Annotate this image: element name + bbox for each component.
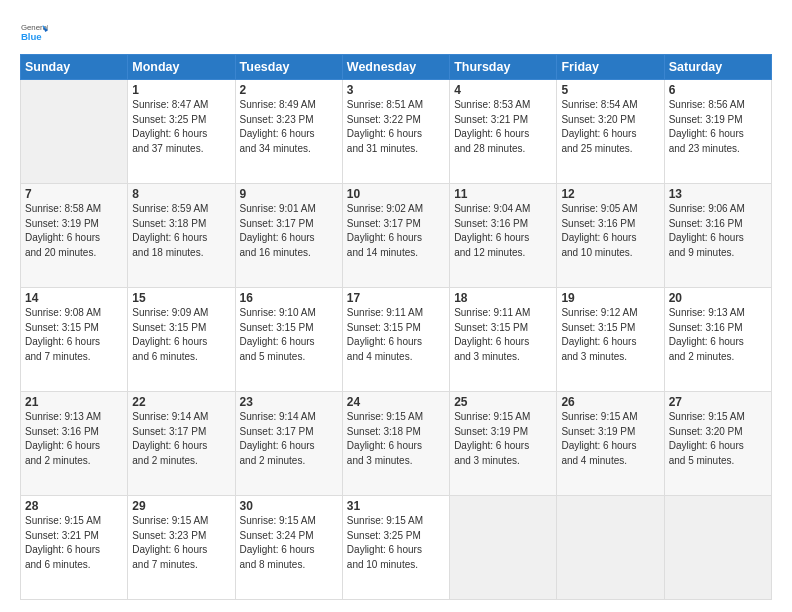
calendar-day-cell: 25Sunrise: 9:15 AM Sunset: 3:19 PM Dayli…	[450, 392, 557, 496]
calendar-day-cell: 20Sunrise: 9:13 AM Sunset: 3:16 PM Dayli…	[664, 288, 771, 392]
calendar-day-cell: 6Sunrise: 8:56 AM Sunset: 3:19 PM Daylig…	[664, 80, 771, 184]
day-info: Sunrise: 9:08 AM Sunset: 3:15 PM Dayligh…	[25, 306, 123, 364]
calendar-day-cell: 12Sunrise: 9:05 AM Sunset: 3:16 PM Dayli…	[557, 184, 664, 288]
day-number: 24	[347, 395, 445, 409]
calendar-day-cell: 8Sunrise: 8:59 AM Sunset: 3:18 PM Daylig…	[128, 184, 235, 288]
calendar-week-row: 1Sunrise: 8:47 AM Sunset: 3:25 PM Daylig…	[21, 80, 772, 184]
logo: General Blue	[20, 18, 52, 46]
calendar-day-cell: 17Sunrise: 9:11 AM Sunset: 3:15 PM Dayli…	[342, 288, 449, 392]
day-info: Sunrise: 8:53 AM Sunset: 3:21 PM Dayligh…	[454, 98, 552, 156]
day-info: Sunrise: 9:09 AM Sunset: 3:15 PM Dayligh…	[132, 306, 230, 364]
calendar-table: SundayMondayTuesdayWednesdayThursdayFrid…	[20, 54, 772, 600]
day-number: 19	[561, 291, 659, 305]
calendar-day-cell	[450, 496, 557, 600]
calendar-week-row: 14Sunrise: 9:08 AM Sunset: 3:15 PM Dayli…	[21, 288, 772, 392]
calendar-day-cell: 24Sunrise: 9:15 AM Sunset: 3:18 PM Dayli…	[342, 392, 449, 496]
calendar-day-cell	[21, 80, 128, 184]
calendar-day-cell: 3Sunrise: 8:51 AM Sunset: 3:22 PM Daylig…	[342, 80, 449, 184]
day-number: 29	[132, 499, 230, 513]
day-info: Sunrise: 9:14 AM Sunset: 3:17 PM Dayligh…	[132, 410, 230, 468]
calendar-day-cell: 22Sunrise: 9:14 AM Sunset: 3:17 PM Dayli…	[128, 392, 235, 496]
logo-icon: General Blue	[20, 18, 48, 46]
calendar-day-header: Thursday	[450, 55, 557, 80]
day-number: 22	[132, 395, 230, 409]
day-info: Sunrise: 9:05 AM Sunset: 3:16 PM Dayligh…	[561, 202, 659, 260]
day-info: Sunrise: 9:15 AM Sunset: 3:20 PM Dayligh…	[669, 410, 767, 468]
svg-text:Blue: Blue	[21, 31, 42, 42]
day-info: Sunrise: 9:02 AM Sunset: 3:17 PM Dayligh…	[347, 202, 445, 260]
day-number: 30	[240, 499, 338, 513]
day-number: 4	[454, 83, 552, 97]
day-number: 17	[347, 291, 445, 305]
day-number: 10	[347, 187, 445, 201]
calendar-day-cell: 19Sunrise: 9:12 AM Sunset: 3:15 PM Dayli…	[557, 288, 664, 392]
day-info: Sunrise: 9:15 AM Sunset: 3:25 PM Dayligh…	[347, 514, 445, 572]
calendar-day-header: Monday	[128, 55, 235, 80]
calendar-day-cell: 2Sunrise: 8:49 AM Sunset: 3:23 PM Daylig…	[235, 80, 342, 184]
calendar-day-cell: 10Sunrise: 9:02 AM Sunset: 3:17 PM Dayli…	[342, 184, 449, 288]
day-number: 9	[240, 187, 338, 201]
calendar-header-row: SundayMondayTuesdayWednesdayThursdayFrid…	[21, 55, 772, 80]
calendar-day-header: Friday	[557, 55, 664, 80]
day-number: 27	[669, 395, 767, 409]
calendar-day-cell: 4Sunrise: 8:53 AM Sunset: 3:21 PM Daylig…	[450, 80, 557, 184]
day-info: Sunrise: 9:01 AM Sunset: 3:17 PM Dayligh…	[240, 202, 338, 260]
calendar-day-cell: 29Sunrise: 9:15 AM Sunset: 3:23 PM Dayli…	[128, 496, 235, 600]
calendar-week-row: 21Sunrise: 9:13 AM Sunset: 3:16 PM Dayli…	[21, 392, 772, 496]
day-number: 2	[240, 83, 338, 97]
day-info: Sunrise: 9:14 AM Sunset: 3:17 PM Dayligh…	[240, 410, 338, 468]
calendar-day-cell: 1Sunrise: 8:47 AM Sunset: 3:25 PM Daylig…	[128, 80, 235, 184]
day-info: Sunrise: 9:13 AM Sunset: 3:16 PM Dayligh…	[25, 410, 123, 468]
day-info: Sunrise: 9:13 AM Sunset: 3:16 PM Dayligh…	[669, 306, 767, 364]
day-number: 18	[454, 291, 552, 305]
day-number: 25	[454, 395, 552, 409]
day-number: 7	[25, 187, 123, 201]
calendar-day-cell: 9Sunrise: 9:01 AM Sunset: 3:17 PM Daylig…	[235, 184, 342, 288]
calendar-day-cell: 13Sunrise: 9:06 AM Sunset: 3:16 PM Dayli…	[664, 184, 771, 288]
day-number: 26	[561, 395, 659, 409]
calendar-week-row: 7Sunrise: 8:58 AM Sunset: 3:19 PM Daylig…	[21, 184, 772, 288]
day-number: 15	[132, 291, 230, 305]
day-info: Sunrise: 8:51 AM Sunset: 3:22 PM Dayligh…	[347, 98, 445, 156]
calendar-day-header: Saturday	[664, 55, 771, 80]
calendar-day-header: Tuesday	[235, 55, 342, 80]
day-number: 23	[240, 395, 338, 409]
calendar-day-cell: 11Sunrise: 9:04 AM Sunset: 3:16 PM Dayli…	[450, 184, 557, 288]
calendar-day-cell: 31Sunrise: 9:15 AM Sunset: 3:25 PM Dayli…	[342, 496, 449, 600]
day-info: Sunrise: 9:15 AM Sunset: 3:19 PM Dayligh…	[454, 410, 552, 468]
day-info: Sunrise: 9:15 AM Sunset: 3:24 PM Dayligh…	[240, 514, 338, 572]
calendar-day-cell: 28Sunrise: 9:15 AM Sunset: 3:21 PM Dayli…	[21, 496, 128, 600]
day-info: Sunrise: 9:12 AM Sunset: 3:15 PM Dayligh…	[561, 306, 659, 364]
day-info: Sunrise: 8:58 AM Sunset: 3:19 PM Dayligh…	[25, 202, 123, 260]
calendar-day-cell: 21Sunrise: 9:13 AM Sunset: 3:16 PM Dayli…	[21, 392, 128, 496]
day-number: 13	[669, 187, 767, 201]
calendar-day-cell: 18Sunrise: 9:11 AM Sunset: 3:15 PM Dayli…	[450, 288, 557, 392]
day-info: Sunrise: 8:59 AM Sunset: 3:18 PM Dayligh…	[132, 202, 230, 260]
calendar-day-cell: 30Sunrise: 9:15 AM Sunset: 3:24 PM Dayli…	[235, 496, 342, 600]
day-number: 5	[561, 83, 659, 97]
day-number: 3	[347, 83, 445, 97]
day-number: 12	[561, 187, 659, 201]
day-info: Sunrise: 8:49 AM Sunset: 3:23 PM Dayligh…	[240, 98, 338, 156]
day-info: Sunrise: 9:11 AM Sunset: 3:15 PM Dayligh…	[347, 306, 445, 364]
day-number: 11	[454, 187, 552, 201]
day-info: Sunrise: 9:04 AM Sunset: 3:16 PM Dayligh…	[454, 202, 552, 260]
day-info: Sunrise: 9:15 AM Sunset: 3:23 PM Dayligh…	[132, 514, 230, 572]
calendar-day-cell	[664, 496, 771, 600]
calendar-day-cell: 15Sunrise: 9:09 AM Sunset: 3:15 PM Dayli…	[128, 288, 235, 392]
calendar-day-header: Sunday	[21, 55, 128, 80]
day-number: 28	[25, 499, 123, 513]
day-number: 16	[240, 291, 338, 305]
day-info: Sunrise: 9:06 AM Sunset: 3:16 PM Dayligh…	[669, 202, 767, 260]
day-info: Sunrise: 9:15 AM Sunset: 3:21 PM Dayligh…	[25, 514, 123, 572]
calendar-day-cell: 16Sunrise: 9:10 AM Sunset: 3:15 PM Dayli…	[235, 288, 342, 392]
calendar-day-cell: 27Sunrise: 9:15 AM Sunset: 3:20 PM Dayli…	[664, 392, 771, 496]
calendar-day-cell: 7Sunrise: 8:58 AM Sunset: 3:19 PM Daylig…	[21, 184, 128, 288]
calendar-day-cell: 14Sunrise: 9:08 AM Sunset: 3:15 PM Dayli…	[21, 288, 128, 392]
day-info: Sunrise: 9:10 AM Sunset: 3:15 PM Dayligh…	[240, 306, 338, 364]
calendar-day-cell: 5Sunrise: 8:54 AM Sunset: 3:20 PM Daylig…	[557, 80, 664, 184]
day-info: Sunrise: 9:15 AM Sunset: 3:19 PM Dayligh…	[561, 410, 659, 468]
day-info: Sunrise: 8:54 AM Sunset: 3:20 PM Dayligh…	[561, 98, 659, 156]
day-number: 31	[347, 499, 445, 513]
day-number: 8	[132, 187, 230, 201]
